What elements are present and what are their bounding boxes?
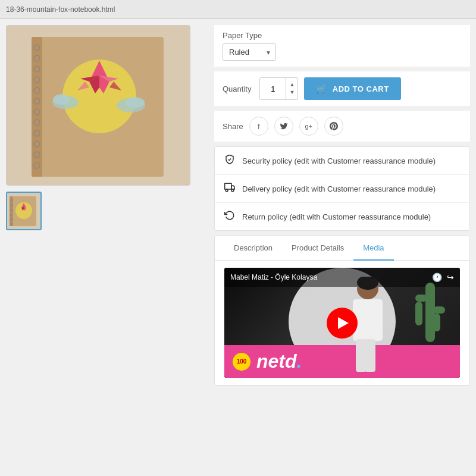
truck-icon	[224, 182, 235, 195]
quantity-up-button[interactable]: ▲	[286, 81, 298, 89]
paper-type-select[interactable]: Ruled Blank Dotted Grid	[223, 43, 276, 61]
netd-brand-text: netd.	[256, 350, 302, 372]
facebook-icon: f	[258, 122, 260, 131]
right-panel: Paper Type Ruled Blank Dotted Grid ▼ Qua…	[214, 25, 470, 470]
cart-icon: 🛒	[316, 83, 328, 94]
video-container[interactable]: Mabel Matiz - Öyle Kolaysa 🕐 ↪ 100	[224, 268, 460, 378]
svg-rect-49	[433, 306, 445, 314]
svg-rect-47	[425, 283, 435, 342]
svg-rect-50	[415, 302, 422, 325]
twitter-icon	[280, 122, 288, 130]
quantity-cart-row: Quantity ▲ ▼ 🛒 ADD TO CART	[214, 71, 470, 106]
tab-product-details[interactable]: Product Details	[282, 236, 353, 261]
video-title-text: Mabel Matiz - Öyle Kolaysa	[230, 273, 317, 281]
googleplus-icon: g+	[305, 123, 312, 130]
thumbnail-row	[6, 192, 208, 230]
share-row: Share f g+	[214, 111, 470, 142]
tabs-header: Description Product Details Media	[215, 236, 469, 261]
quantity-label: Quantity	[223, 84, 251, 93]
policy-section: Security policy (edit with Customer reas…	[214, 146, 470, 231]
browser-bar: 18-36-mountain-fox-notebook.html	[0, 0, 476, 19]
svg-rect-48	[415, 295, 427, 302]
share-label: Share	[223, 122, 243, 131]
video-thumbnail: Mabel Matiz - Öyle Kolaysa 🕐 ↪ 100	[224, 268, 460, 378]
left-panel	[6, 25, 208, 470]
browser-url: 18-36-mountain-fox-notebook.html	[6, 5, 115, 14]
product-main-image	[6, 25, 190, 186]
tabs-section: Description Product Details Media	[214, 236, 470, 386]
paper-type-select-wrapper: Ruled Blank Dotted Grid ▼	[223, 43, 276, 61]
svg-point-41	[231, 189, 234, 192]
paper-type-label: Paper Type	[223, 31, 462, 40]
add-to-cart-button[interactable]: 🛒 ADD TO CART	[304, 77, 400, 100]
svg-point-16	[53, 94, 70, 105]
notebook-illustration	[21, 31, 176, 180]
badge-100: 100	[233, 353, 250, 371]
svg-rect-38	[225, 183, 231, 189]
svg-point-40	[226, 189, 228, 192]
googleplus-share-button[interactable]: g+	[299, 117, 318, 136]
svg-rect-46	[365, 339, 375, 372]
pinterest-share-button[interactable]	[324, 117, 343, 136]
netd-dot: .	[297, 350, 302, 372]
main-content: Paper Type Ruled Blank Dotted Grid ▼ Qua…	[0, 19, 476, 476]
twitter-share-button[interactable]	[274, 117, 293, 136]
quantity-down-button[interactable]: ▼	[286, 89, 298, 96]
tab-media[interactable]: Media	[353, 236, 393, 261]
quantity-arrows: ▲ ▼	[286, 81, 298, 96]
facebook-share-button[interactable]: f	[249, 117, 268, 136]
quantity-input[interactable]	[260, 78, 286, 99]
svg-rect-1	[32, 37, 42, 177]
pinterest-icon	[330, 122, 338, 130]
tab-description[interactable]: Description	[224, 236, 282, 261]
thumbnail-1[interactable]	[6, 192, 42, 230]
quantity-input-wrapper: ▲ ▼	[259, 77, 298, 100]
delivery-policy-item: Delivery policy (edit with Customer reas…	[215, 175, 469, 203]
svg-rect-51	[433, 314, 440, 331]
svg-marker-39	[231, 186, 234, 189]
play-triangle-icon	[338, 317, 349, 329]
security-policy-text: Security policy (edit with Customer reas…	[242, 156, 436, 165]
svg-point-18	[126, 97, 145, 108]
add-to-cart-label: ADD TO CART	[333, 84, 389, 93]
return-policy-item: Return policy (edit with Customer reassu…	[215, 203, 469, 230]
paper-type-group: Paper Type Ruled Blank Dotted Grid ▼	[214, 25, 470, 67]
return-icon	[224, 210, 235, 223]
security-policy-item: Security policy (edit with Customer reas…	[215, 147, 469, 175]
delivery-policy-text: Delivery policy (edit with Customer reas…	[242, 184, 436, 193]
shield-icon	[224, 154, 235, 167]
cactus-figure	[412, 271, 448, 348]
return-policy-text: Return policy (edit with Customer reassu…	[242, 212, 431, 221]
play-button[interactable]	[327, 308, 358, 339]
